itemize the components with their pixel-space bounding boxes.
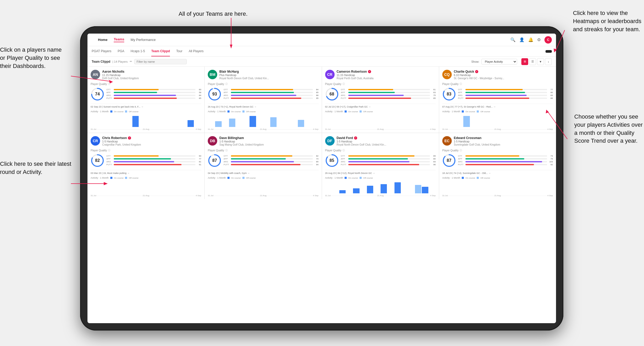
stat-label: ARG	[341, 161, 347, 163]
quality-label[interactable]: Player Quality ⓘ	[91, 149, 201, 152]
quality-circle[interactable]: 82	[91, 154, 104, 167]
stats-bars: OTT 82 APP 74 ARG 85 PUTT 94	[224, 155, 318, 166]
stat-bar-bg	[114, 155, 195, 157]
latest-round[interactable]: 18 Jul 23 | 74 (+4), Sunningdale GC - Ol…	[442, 170, 553, 174]
stat-bar-fill	[348, 161, 409, 162]
chart-bar	[346, 127, 352, 127]
quality-circle[interactable]: 68	[325, 87, 339, 101]
latest-round[interactable]: 04 Sep 23 | Mobility with coach, Gym →	[208, 170, 318, 174]
chart-bar	[119, 127, 125, 127]
quality-label[interactable]: Player Quality ⓘ	[442, 82, 553, 86]
player-name[interactable]: Blair McHarg	[219, 70, 318, 73]
filter-button[interactable]: ▼	[537, 58, 544, 65]
quality-circle[interactable]: 93	[208, 87, 221, 101]
chart-bar	[484, 127, 490, 127]
tab-team-clippd[interactable]: Team Clippd	[151, 46, 170, 56]
player-card[interactable]: CR Chris Robertson ✓ 1-5 Handicap Craigm…	[87, 133, 204, 199]
player-card[interactable]: CQ Charlie Quick ✓ 6.10 Handicap St. Geo…	[439, 67, 556, 133]
chart-x-label: 4 Sep	[430, 194, 436, 197]
stat-row: OTT 73	[458, 155, 553, 157]
player-card[interactable]: CR Cameron Robertson ✓ 11.15 Handicap Ro…	[322, 67, 439, 133]
tab-pgat-players[interactable]: PGAT Players	[92, 46, 111, 56]
stat-bar-fill	[348, 89, 393, 90]
settings-icon[interactable]: ⚙	[537, 37, 541, 42]
chart-bar	[525, 193, 532, 193]
avatar[interactable]: C	[544, 36, 552, 44]
user-icon[interactable]: 👤	[519, 37, 524, 42]
show-select[interactable]: Player Activity Quality Score Trend	[481, 59, 517, 65]
stat-row: APP 74	[224, 158, 318, 160]
quality-circle[interactable]: 85	[325, 154, 339, 167]
tab-pga[interactable]: PGA	[118, 46, 124, 56]
chart-bar	[401, 127, 408, 127]
team-header: Team Clippd | 14 Players ✏ Show: Player …	[87, 57, 556, 67]
nav-home[interactable]: Home	[98, 38, 107, 42]
latest-round[interactable]: 26 Aug 23 | 84 (+12), Royal North Devon …	[325, 170, 436, 174]
add-team-button[interactable]	[546, 50, 552, 53]
player-card[interactable]: AN Aaron Nicholls 11.15 Handicap Drift G…	[87, 67, 204, 133]
tab-tour[interactable]: Tour	[176, 46, 182, 56]
quality-circle[interactable]: 74	[91, 87, 104, 101]
player-name[interactable]: Dave Billingham	[219, 136, 318, 140]
player-handicap: 6.10 Handicap	[454, 74, 553, 77]
sort-button[interactable]: ↕	[545, 58, 552, 65]
chart-bar	[512, 193, 518, 193]
player-name[interactable]: Aaron Nicholls	[102, 70, 201, 73]
stat-value: 85	[196, 97, 201, 99]
player-name[interactable]: Edward Crossman	[454, 136, 553, 140]
nav-my-performance[interactable]: My Performance	[131, 38, 155, 42]
chart-bar	[311, 127, 318, 127]
stat-bar-fill	[231, 98, 301, 99]
mini-chart: 31 Jul21 Aug4 Sep	[325, 114, 436, 130]
quality-label[interactable]: Player Quality ⓘ	[91, 82, 201, 86]
stat-value: 63	[431, 91, 436, 94]
quality-circle[interactable]: 83	[442, 87, 456, 101]
chart-bar	[139, 193, 146, 193]
bell-icon[interactable]: 🔔	[528, 37, 533, 42]
player-name[interactable]: David Ford ✓	[337, 136, 436, 140]
quality-circle[interactable]: 87	[442, 154, 456, 167]
chart-bar	[463, 116, 470, 127]
latest-round[interactable]: 07 Aug 23 | 77 (+7), St George's Hill GC…	[442, 104, 553, 108]
player-avatar: DB	[208, 136, 217, 146]
player-card[interactable]: BM Blair McHarg Plus Handicap Royal Nort…	[205, 67, 321, 133]
tab-hcaps[interactable]: Hcaps 1-5	[131, 46, 145, 56]
latest-round[interactable]: 03 Mar 23 | 19, Must make putting →	[91, 170, 201, 174]
nav-teams[interactable]: Teams	[114, 37, 124, 42]
player-handicap: 11.15 Handicap	[337, 74, 436, 77]
player-name[interactable]: Chris Robertson ✓	[102, 136, 201, 140]
on-course-label: On course	[348, 177, 358, 179]
tab-all-players[interactable]: All Players	[189, 46, 204, 56]
quality-circle[interactable]: 87	[208, 154, 221, 167]
chart-bar	[160, 193, 166, 193]
latest-round[interactable]: 02 Sep 23 | Sunset round to get back int…	[91, 104, 201, 108]
quality-label[interactable]: Player Quality ⓘ	[442, 149, 553, 152]
player-club: Royal Perth Golf Club, Australia	[337, 77, 436, 80]
search-input[interactable]	[134, 59, 187, 64]
stat-bar-bg	[465, 164, 547, 165]
latest-round[interactable]: 02 Jul 23 | 59 (+17), Craigmillar Park G…	[325, 104, 436, 108]
stat-label: ARG	[106, 94, 113, 97]
chart-x-label: 21 Aug	[377, 128, 384, 130]
player-card[interactable]: EC Edward Crossman 1-5 Handicap Sunningd…	[439, 133, 556, 199]
search-icon[interactable]: 🔍	[510, 37, 516, 42]
chart-bar	[367, 127, 373, 127]
chart-bar	[401, 193, 408, 193]
latest-round[interactable]: 26 Aug 23 | 73 (+1), Royal North Devon G…	[208, 104, 318, 108]
grid-view-button[interactable]: ⊞	[521, 58, 528, 65]
player-name[interactable]: Charlie Quick ✓	[454, 70, 553, 73]
quality-label[interactable]: Player Quality ⓘ	[208, 149, 318, 152]
player-card[interactable]: DF David Ford ✓ 1-5 Handicap Royal North…	[322, 133, 439, 199]
player-name[interactable]: Cameron Robertson ✓	[337, 70, 436, 73]
edit-icon[interactable]: ✏	[130, 60, 132, 63]
list-view-button[interactable]: ☰	[529, 58, 536, 65]
team-title: Team Clippd	[92, 60, 110, 63]
player-card[interactable]: DB Dave Billingham 1-5 Handicap Sag Main…	[205, 133, 321, 199]
quality-label[interactable]: Player Quality ⓘ	[208, 82, 318, 86]
off-course-legend	[477, 177, 479, 179]
stat-row: PUTT 85	[106, 97, 201, 99]
quality-label[interactable]: Player Quality ⓘ	[325, 149, 436, 152]
quality-label[interactable]: Player Quality ⓘ	[325, 82, 436, 86]
chart-x-label: 31 Jul	[442, 194, 448, 197]
chart-bar	[174, 193, 180, 193]
